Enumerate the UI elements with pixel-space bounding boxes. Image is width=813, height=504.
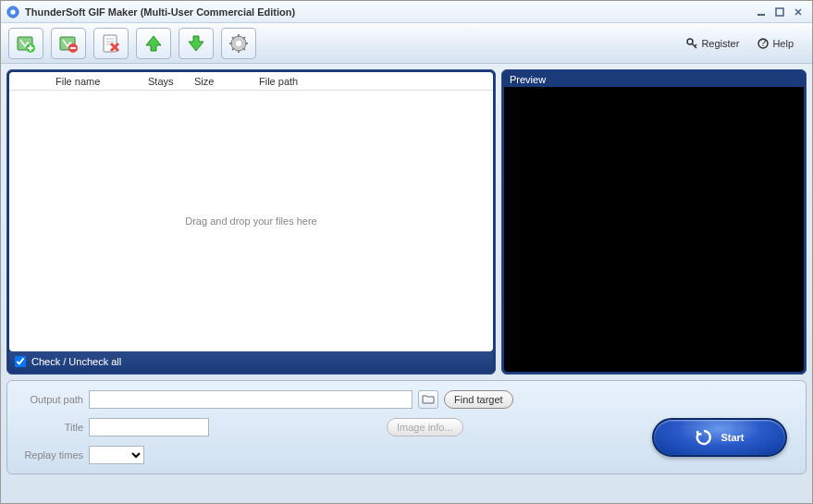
toolbar: Register ? Help	[1, 23, 812, 64]
minimize-button[interactable]	[753, 6, 770, 18]
check-all-label: Check / Uncheck all	[31, 356, 121, 367]
svg-point-10	[236, 41, 241, 46]
replay-row: Replay times	[18, 446, 652, 464]
col-size[interactable]: Size	[194, 76, 259, 87]
move-up-button[interactable]	[136, 28, 171, 59]
preview-panel: Preview	[501, 69, 807, 375]
content-area: File name Stays Size File path Drag and …	[1, 64, 812, 503]
replay-label: Replay times	[18, 449, 83, 461]
svg-rect-8	[104, 35, 117, 52]
remove-files-button[interactable]	[51, 28, 86, 59]
preview-canvas	[504, 87, 804, 372]
browse-folder-button[interactable]	[418, 390, 438, 409]
title-label: Title	[18, 422, 83, 433]
move-down-button[interactable]	[179, 28, 214, 59]
col-filepath[interactable]: File path	[259, 76, 493, 87]
svg-rect-3	[776, 8, 783, 16]
titlebar: ThunderSoft GIF Maker (Multi-User Commer…	[1, 1, 812, 23]
refresh-icon	[695, 428, 713, 447]
output-path-label: Output path	[18, 394, 83, 405]
window-title: ThunderSoft GIF Maker (Multi-User Commer…	[25, 6, 753, 18]
help-link[interactable]: ? Help	[758, 38, 794, 49]
replay-select[interactable]	[89, 446, 144, 464]
form-area: Output path Find target Title Image info…	[18, 390, 652, 464]
col-stays[interactable]: Stays	[148, 76, 194, 87]
help-label: Help	[772, 38, 794, 49]
start-area: Start	[652, 390, 795, 464]
close-button[interactable]	[790, 6, 807, 18]
check-all-bar: Check / Uncheck all	[9, 351, 493, 372]
folder-icon	[422, 394, 435, 405]
settings-button[interactable]	[221, 28, 256, 59]
output-path-row: Output path Find target	[18, 390, 652, 409]
svg-point-1	[10, 9, 15, 14]
bottom-panel: Output path Find target Title Image info…	[6, 380, 807, 474]
title-input[interactable]	[89, 418, 209, 436]
filelist-panel: File name Stays Size File path Drag and …	[6, 69, 496, 375]
clear-list-button[interactable]	[93, 28, 129, 59]
start-button[interactable]: Start	[652, 418, 787, 457]
app-window: ThunderSoft GIF Maker (Multi-User Commer…	[0, 0, 813, 504]
preview-label: Preview	[504, 72, 804, 87]
window-controls	[753, 6, 807, 18]
col-filename[interactable]: File name	[55, 76, 148, 87]
title-row: Title Image info...	[18, 418, 652, 436]
start-label: Start	[721, 432, 744, 443]
app-icon	[6, 6, 19, 18]
maximize-button[interactable]	[771, 6, 788, 18]
key-icon	[686, 38, 697, 49]
image-info-button[interactable]: Image info...	[387, 418, 463, 436]
dropzone[interactable]: Drag and drop your files here	[9, 91, 493, 351]
svg-rect-2	[758, 14, 765, 16]
dropzone-text: Drag and drop your files here	[185, 215, 316, 227]
check-all-checkbox[interactable]	[15, 356, 26, 367]
find-target-button[interactable]: Find target	[444, 390, 513, 409]
output-path-input[interactable]	[89, 390, 413, 409]
register-link[interactable]: Register	[686, 38, 739, 49]
panels-row: File name Stays Size File path Drag and …	[6, 69, 807, 375]
help-icon: ?	[758, 38, 769, 49]
column-headers: File name Stays Size File path	[9, 72, 493, 91]
add-files-button[interactable]	[8, 28, 43, 59]
filelist-inner: File name Stays Size File path Drag and …	[9, 72, 493, 351]
register-label: Register	[701, 38, 739, 49]
svg-text:?: ?	[760, 38, 766, 48]
